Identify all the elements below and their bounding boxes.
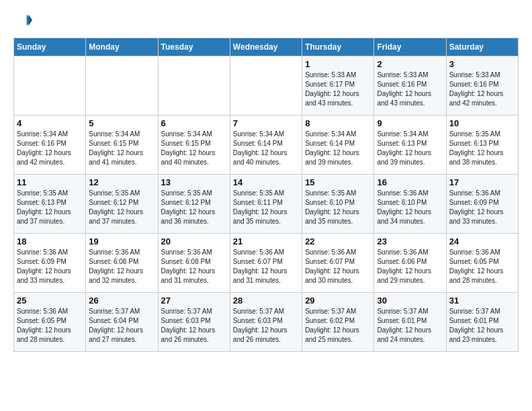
day-number: 30 xyxy=(377,295,443,306)
day-number: 18 xyxy=(17,236,83,246)
calendar-cell xyxy=(86,56,158,116)
day-header-friday: Friday xyxy=(374,38,446,56)
calendar-cell: 26Sunrise: 5:37 AM Sunset: 6:04 PM Dayli… xyxy=(86,293,158,352)
calendar-cell: 3Sunrise: 5:33 AM Sunset: 6:16 PM Daylig… xyxy=(446,56,518,116)
calendar-cell: 21Sunrise: 5:36 AM Sunset: 6:07 PM Dayli… xyxy=(230,234,302,293)
calendar-cell: 6Sunrise: 5:34 AM Sunset: 6:15 PM Daylig… xyxy=(158,116,230,175)
day-number: 17 xyxy=(449,177,515,187)
calendar-cell: 27Sunrise: 5:37 AM Sunset: 6:03 PM Dayli… xyxy=(158,293,230,352)
day-number: 29 xyxy=(305,295,371,306)
day-number: 21 xyxy=(233,236,299,246)
day-header-wednesday: Wednesday xyxy=(230,38,302,56)
day-number: 12 xyxy=(89,177,154,187)
day-info: Sunrise: 5:35 AM Sunset: 6:13 PM Dayligh… xyxy=(17,189,83,226)
day-info: Sunrise: 5:36 AM Sunset: 6:09 PM Dayligh… xyxy=(449,189,515,226)
day-number: 22 xyxy=(305,236,371,246)
day-number: 3 xyxy=(449,59,515,69)
day-info: Sunrise: 5:33 AM Sunset: 6:16 PM Dayligh… xyxy=(377,71,443,108)
calendar-cell: 12Sunrise: 5:35 AM Sunset: 6:12 PM Dayli… xyxy=(86,175,158,234)
calendar-cell: 14Sunrise: 5:35 AM Sunset: 6:11 PM Dayli… xyxy=(230,175,302,234)
day-info: Sunrise: 5:36 AM Sunset: 6:08 PM Dayligh… xyxy=(161,248,227,285)
day-info: Sunrise: 5:36 AM Sunset: 6:06 PM Dayligh… xyxy=(377,248,443,285)
calendar-cell: 29Sunrise: 5:37 AM Sunset: 6:02 PM Dayli… xyxy=(302,293,374,352)
calendar-cell: 1Sunrise: 5:33 AM Sunset: 6:17 PM Daylig… xyxy=(302,56,374,116)
day-number: 8 xyxy=(305,118,371,128)
calendar-cell: 8Sunrise: 5:34 AM Sunset: 6:14 PM Daylig… xyxy=(302,116,374,175)
day-info: Sunrise: 5:34 AM Sunset: 6:13 PM Dayligh… xyxy=(377,130,443,167)
day-number: 27 xyxy=(161,295,227,306)
calendar-cell: 28Sunrise: 5:37 AM Sunset: 6:03 PM Dayli… xyxy=(230,293,302,352)
day-info: Sunrise: 5:35 AM Sunset: 6:12 PM Dayligh… xyxy=(161,189,227,226)
calendar-cell: 10Sunrise: 5:35 AM Sunset: 6:13 PM Dayli… xyxy=(446,116,518,175)
calendar-cell: 11Sunrise: 5:35 AM Sunset: 6:13 PM Dayli… xyxy=(14,175,86,234)
day-number: 28 xyxy=(233,295,299,306)
day-number: 9 xyxy=(377,118,443,128)
calendar-cell xyxy=(230,56,302,116)
day-info: Sunrise: 5:36 AM Sunset: 6:05 PM Dayligh… xyxy=(449,248,515,285)
day-number: 2 xyxy=(377,59,443,69)
calendar-cell: 25Sunrise: 5:36 AM Sunset: 6:05 PM Dayli… xyxy=(14,293,86,352)
calendar-cell: 30Sunrise: 5:37 AM Sunset: 6:01 PM Dayli… xyxy=(374,293,446,352)
calendar-cell: 17Sunrise: 5:36 AM Sunset: 6:09 PM Dayli… xyxy=(446,175,518,234)
week-row-1: 1Sunrise: 5:33 AM Sunset: 6:17 PM Daylig… xyxy=(14,56,519,116)
day-info: Sunrise: 5:36 AM Sunset: 6:07 PM Dayligh… xyxy=(305,248,371,285)
day-info: Sunrise: 5:37 AM Sunset: 6:03 PM Dayligh… xyxy=(233,307,299,345)
day-info: Sunrise: 5:37 AM Sunset: 6:02 PM Dayligh… xyxy=(305,307,371,345)
day-number: 7 xyxy=(233,118,299,128)
page: SundayMondayTuesdayWednesdayThursdayFrid… xyxy=(0,0,532,363)
week-row-3: 11Sunrise: 5:35 AM Sunset: 6:13 PM Dayli… xyxy=(14,175,519,234)
calendar-cell: 31Sunrise: 5:37 AM Sunset: 6:01 PM Dayli… xyxy=(446,293,518,352)
calendar-cell: 18Sunrise: 5:36 AM Sunset: 6:09 PM Dayli… xyxy=(14,234,86,293)
calendar-cell: 22Sunrise: 5:36 AM Sunset: 6:07 PM Dayli… xyxy=(302,234,374,293)
header-row: SundayMondayTuesdayWednesdayThursdayFrid… xyxy=(14,38,519,56)
logo xyxy=(13,11,35,30)
calendar-cell: 13Sunrise: 5:35 AM Sunset: 6:12 PM Dayli… xyxy=(158,175,230,234)
calendar-cell: 7Sunrise: 5:34 AM Sunset: 6:14 PM Daylig… xyxy=(230,116,302,175)
calendar-cell xyxy=(14,56,86,116)
day-header-saturday: Saturday xyxy=(446,38,518,56)
day-info: Sunrise: 5:37 AM Sunset: 6:01 PM Dayligh… xyxy=(449,307,515,345)
day-info: Sunrise: 5:33 AM Sunset: 6:17 PM Dayligh… xyxy=(305,71,371,108)
day-number: 19 xyxy=(89,236,154,246)
day-info: Sunrise: 5:37 AM Sunset: 6:04 PM Dayligh… xyxy=(89,307,154,345)
logo-icon xyxy=(13,11,32,30)
day-number: 26 xyxy=(89,295,154,306)
calendar-cell xyxy=(158,56,230,116)
calendar-cell: 9Sunrise: 5:34 AM Sunset: 6:13 PM Daylig… xyxy=(374,116,446,175)
day-header-monday: Monday xyxy=(86,38,158,56)
calendar-cell: 19Sunrise: 5:36 AM Sunset: 6:08 PM Dayli… xyxy=(86,234,158,293)
day-number: 24 xyxy=(449,236,515,246)
calendar-cell: 16Sunrise: 5:36 AM Sunset: 6:10 PM Dayli… xyxy=(374,175,446,234)
day-number: 15 xyxy=(305,177,371,187)
day-info: Sunrise: 5:35 AM Sunset: 6:10 PM Dayligh… xyxy=(305,189,371,226)
day-number: 5 xyxy=(89,118,154,128)
day-info: Sunrise: 5:37 AM Sunset: 6:03 PM Dayligh… xyxy=(161,307,227,345)
day-info: Sunrise: 5:36 AM Sunset: 6:09 PM Dayligh… xyxy=(17,248,83,285)
day-number: 31 xyxy=(449,295,515,306)
day-header-thursday: Thursday xyxy=(302,38,374,56)
day-header-sunday: Sunday xyxy=(14,38,86,56)
day-number: 10 xyxy=(449,118,515,128)
week-row-2: 4Sunrise: 5:34 AM Sunset: 6:16 PM Daylig… xyxy=(14,116,519,175)
day-info: Sunrise: 5:36 AM Sunset: 6:07 PM Dayligh… xyxy=(233,248,299,285)
day-info: Sunrise: 5:34 AM Sunset: 6:14 PM Dayligh… xyxy=(233,130,299,167)
day-number: 16 xyxy=(377,177,443,187)
day-number: 6 xyxy=(161,118,227,128)
day-info: Sunrise: 5:33 AM Sunset: 6:16 PM Dayligh… xyxy=(449,71,515,108)
calendar-table: SundayMondayTuesdayWednesdayThursdayFrid… xyxy=(13,38,519,352)
day-info: Sunrise: 5:34 AM Sunset: 6:16 PM Dayligh… xyxy=(17,130,83,167)
day-info: Sunrise: 5:34 AM Sunset: 6:14 PM Dayligh… xyxy=(305,130,371,167)
day-info: Sunrise: 5:36 AM Sunset: 6:08 PM Dayligh… xyxy=(89,248,154,285)
calendar-cell: 24Sunrise: 5:36 AM Sunset: 6:05 PM Dayli… xyxy=(446,234,518,293)
day-info: Sunrise: 5:35 AM Sunset: 6:13 PM Dayligh… xyxy=(449,130,515,167)
day-number: 14 xyxy=(233,177,299,187)
calendar-cell: 4Sunrise: 5:34 AM Sunset: 6:16 PM Daylig… xyxy=(14,116,86,175)
day-info: Sunrise: 5:35 AM Sunset: 6:11 PM Dayligh… xyxy=(233,189,299,226)
calendar-cell: 5Sunrise: 5:34 AM Sunset: 6:15 PM Daylig… xyxy=(86,116,158,175)
calendar-cell: 2Sunrise: 5:33 AM Sunset: 6:16 PM Daylig… xyxy=(374,56,446,116)
week-row-5: 25Sunrise: 5:36 AM Sunset: 6:05 PM Dayli… xyxy=(14,293,519,352)
day-number: 1 xyxy=(305,59,371,69)
day-number: 11 xyxy=(17,177,83,187)
day-info: Sunrise: 5:34 AM Sunset: 6:15 PM Dayligh… xyxy=(89,130,154,167)
calendar-cell: 23Sunrise: 5:36 AM Sunset: 6:06 PM Dayli… xyxy=(374,234,446,293)
